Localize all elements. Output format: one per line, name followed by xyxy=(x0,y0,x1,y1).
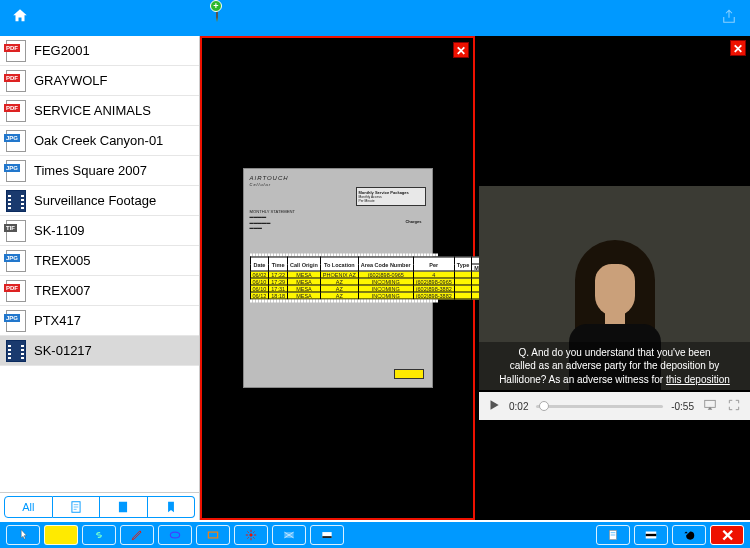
sidebar-filter-toolbar: All xyxy=(0,492,199,520)
svg-rect-21 xyxy=(322,536,331,538)
close-left-panel-button[interactable]: ✕ xyxy=(453,42,469,58)
filter-key[interactable] xyxy=(100,496,148,518)
fullscreen-button[interactable] xyxy=(726,398,742,414)
video-icon xyxy=(6,340,26,362)
file-label: PTX417 xyxy=(34,313,81,328)
pdf-icon xyxy=(6,70,26,92)
file-row-trex005[interactable]: TREX005 xyxy=(0,246,199,276)
home-button[interactable] xyxy=(10,7,30,29)
file-list[interactable]: FEG2001 GRAYWOLF SERVICE ANIMALS Oak Cre… xyxy=(0,36,199,492)
filter-bookmarked[interactable] xyxy=(148,496,196,518)
file-sidebar: FEG2001 GRAYWOLF SERVICE ANIMALS Oak Cre… xyxy=(0,36,200,520)
highlight-tool[interactable] xyxy=(44,525,78,545)
filter-all[interactable]: All xyxy=(4,496,53,518)
video-scrubber[interactable] xyxy=(536,405,663,408)
doc-total-sticker xyxy=(394,369,424,379)
text-tool[interactable] xyxy=(310,525,344,545)
eraser-tool[interactable] xyxy=(272,525,306,545)
file-label: TREX007 xyxy=(34,283,90,298)
doc-charges-label: Charges xyxy=(405,219,421,224)
file-label: Surveillance Footage xyxy=(34,193,156,208)
pencil-tool[interactable] xyxy=(120,525,154,545)
svg-rect-5 xyxy=(705,400,716,407)
file-label: Times Square 2007 xyxy=(34,163,147,178)
note-tool[interactable] xyxy=(596,525,630,545)
file-label: SK-01217 xyxy=(34,343,92,358)
video-elapsed: 0:02 xyxy=(509,401,528,412)
undo-button[interactable] xyxy=(672,525,706,545)
file-row-feg2001[interactable]: FEG2001 xyxy=(0,36,199,66)
file-label: SERVICE ANIMALS xyxy=(34,103,151,118)
file-row-service-animals[interactable]: SERVICE ANIMALS xyxy=(0,96,199,126)
file-row-oak-creek[interactable]: Oak Creek Canyon-01 xyxy=(0,126,199,156)
filter-all-label: All xyxy=(22,501,34,513)
file-row-sk1109[interactable]: SK-1109 xyxy=(0,216,199,246)
document-panel[interactable]: ✕ AIRTOUCHCellular Monthly Service Packa… xyxy=(200,36,475,520)
video-caption: Q. And do you understand that you've bee… xyxy=(479,342,750,391)
bookmark-icon xyxy=(164,500,178,514)
svg-point-8 xyxy=(250,534,252,536)
share-button[interactable] xyxy=(720,6,738,32)
filter-treated[interactable] xyxy=(53,496,101,518)
file-label: Oak Creek Canyon-01 xyxy=(34,133,163,148)
video-remaining: -0:55 xyxy=(671,401,694,412)
file-label: GRAYWOLF xyxy=(34,73,107,88)
video-icon xyxy=(6,190,26,212)
file-row-sk01217[interactable]: SK-01217 xyxy=(0,336,199,366)
jpg-icon xyxy=(6,250,26,272)
video-frame[interactable]: Q. And do you understand that you've bee… xyxy=(479,186,750,390)
doc-header-box: Monthly Service Packages Monthly Access … xyxy=(356,187,426,206)
svg-rect-7 xyxy=(208,532,217,538)
rect-tool[interactable] xyxy=(196,525,230,545)
doc-logo: AIRTOUCHCellular xyxy=(250,175,426,187)
ellipse-tool[interactable] xyxy=(158,525,192,545)
redact-tool[interactable] xyxy=(634,525,668,545)
file-row-trex007[interactable]: TREX007 xyxy=(0,276,199,306)
jpg-icon xyxy=(6,130,26,152)
pdf-icon xyxy=(6,280,26,302)
svg-point-6 xyxy=(170,532,179,538)
video-panel[interactable]: ✕ Q. And do you understand that you've b… xyxy=(479,36,750,520)
file-label: FEG2001 xyxy=(34,43,90,58)
close-right-panel-button[interactable]: ✕ xyxy=(730,40,746,56)
jpg-icon xyxy=(6,310,26,332)
doc-account-block: MONTHLY STATEMENT ▬▬▬▬▬▬▬▬▬▬▬▬ xyxy=(250,209,320,231)
annotation-toolbar: ✕ xyxy=(0,520,750,548)
file-row-times-square[interactable]: Times Square 2007 xyxy=(0,156,199,186)
pdf-icon xyxy=(6,100,26,122)
file-label: TREX005 xyxy=(34,253,90,268)
document-lines-icon xyxy=(69,500,83,514)
file-row-surveillance[interactable]: Surveillance Footage xyxy=(0,186,199,216)
add-bookmark-button[interactable]: + xyxy=(216,4,218,22)
svg-rect-26 xyxy=(646,534,657,536)
delete-annotation-button[interactable]: ✕ xyxy=(710,525,744,545)
file-label: SK-1109 xyxy=(34,223,85,238)
doc-highlight-callout[interactable]: Date Time Call Origin To Location Area C… xyxy=(250,254,438,303)
svg-line-14 xyxy=(253,537,254,538)
link-tool[interactable] xyxy=(82,525,116,545)
video-controls: 0:02 -0:55 xyxy=(479,392,750,420)
file-row-graywolf[interactable]: GRAYWOLF xyxy=(0,66,199,96)
file-row-ptx417[interactable]: PTX417 xyxy=(0,306,199,336)
svg-line-13 xyxy=(248,532,249,533)
pdf-icon xyxy=(6,40,26,62)
svg-line-15 xyxy=(253,532,254,533)
tif-icon xyxy=(6,220,26,242)
svg-rect-4 xyxy=(119,502,127,513)
svg-line-16 xyxy=(248,537,249,538)
pointer-tool[interactable] xyxy=(6,525,40,545)
airplay-button[interactable] xyxy=(702,398,718,414)
document-blank-icon xyxy=(116,500,130,514)
play-button[interactable] xyxy=(487,398,501,414)
laser-tool[interactable] xyxy=(234,525,268,545)
main-area: FEG2001 GRAYWOLF SERVICE ANIMALS Oak Cre… xyxy=(0,36,750,520)
top-toolbar: + xyxy=(0,0,750,36)
scrubber-knob[interactable] xyxy=(539,401,549,411)
invoice-document[interactable]: AIRTOUCHCellular Monthly Service Package… xyxy=(243,168,433,388)
jpg-icon xyxy=(6,160,26,182)
viewer-panels: ✕ AIRTOUCHCellular Monthly Service Packa… xyxy=(200,36,750,520)
